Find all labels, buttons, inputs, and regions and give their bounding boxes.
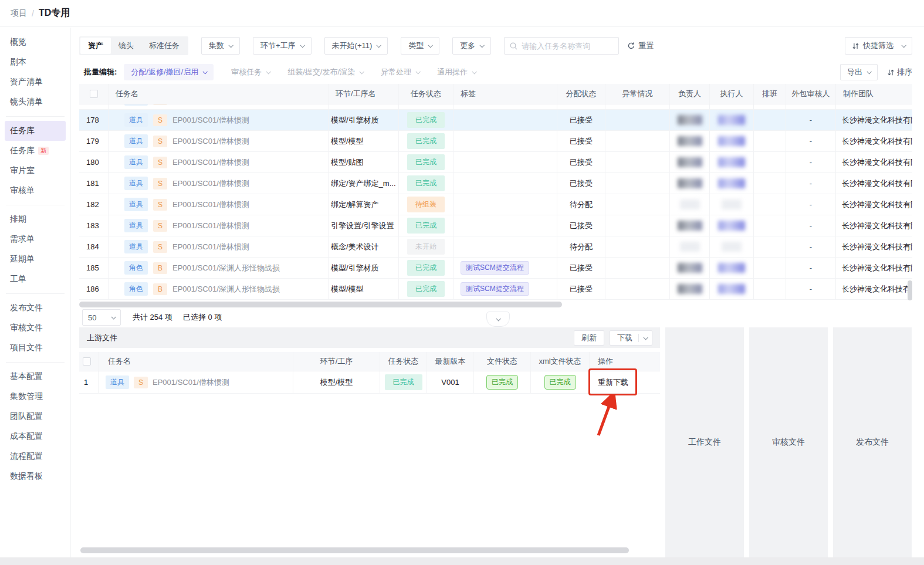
reset-button[interactable]: 重置 <box>627 40 654 51</box>
task-name-cell[interactable]: 道具SEP001/SC01/僧林惯测 <box>109 152 329 173</box>
page-bottom-strip <box>0 557 924 565</box>
table-row[interactable]: 180道具SEP001/SC01/僧林惯测模型/贴图已完成已接受-长沙神漫文化科… <box>79 152 912 173</box>
table-row[interactable]: 183道具SEP001/SC01/僧林惯测引擎设置/引擎设置已完成已接受-长沙神… <box>79 215 912 236</box>
sidebar-item-label: 排期 <box>10 214 26 225</box>
owner-cell <box>670 131 710 152</box>
sidebar-item-2[interactable]: 资产清单 <box>5 72 66 92</box>
owner-redacted <box>678 284 702 294</box>
filter-dropdown-2[interactable]: 未开始(+11) <box>324 37 388 55</box>
tab-0[interactable]: 资产 <box>80 38 111 54</box>
table-row[interactable]: 182道具SEP001/SC01/僧林惯测绑定/解算资产待组装待分配-长沙神漫文… <box>79 194 912 215</box>
sidebar-item-0[interactable]: 概览 <box>5 32 66 52</box>
status-badge: 已完成 <box>407 175 445 191</box>
tab-2[interactable]: 标准任务 <box>141 38 187 54</box>
sidebar-item-13[interactable]: 审核文件 <box>5 318 66 338</box>
column-header: 任务名 <box>109 84 329 104</box>
sidebar-item-11[interactable]: 工单 <box>5 269 66 289</box>
download-button[interactable]: 下载 <box>610 330 652 346</box>
task-name: EP001/SC01/僧林惯测 <box>172 115 249 126</box>
table-row[interactable]: 186角色BEP001/SC01/深渊人形怪物战损模型/模型已完成测试SCM提交… <box>79 279 912 300</box>
sidebar-item-7[interactable]: 审核单 <box>5 181 66 201</box>
side-panel-1: 审核文件 <box>749 327 828 557</box>
side-panel-label: 审核文件 <box>772 437 805 448</box>
stage-cell: 模型/贴图 <box>329 152 399 173</box>
task-name-cell[interactable]: 道具SEP001/SC01/僧林惯测 <box>109 236 329 258</box>
upstream-scrollbar-thumb[interactable] <box>80 547 629 553</box>
sidebar-item-4[interactable]: 任务库 <box>5 121 66 141</box>
task-name-cell[interactable]: 道具SEP001/SC01/僧林惯测 <box>109 131 329 152</box>
export-button[interactable]: 导出 <box>840 64 878 80</box>
filter-dropdown-0[interactable]: 集数 <box>201 37 240 55</box>
table-row[interactable]: 178道具SEP001/SC01/僧林惯测模型/引擎材质已完成已接受-长沙神漫文… <box>79 110 912 131</box>
executor-redacted <box>718 263 745 273</box>
collapse-panel-button[interactable] <box>486 312 510 327</box>
chevron-down-icon <box>111 314 116 319</box>
batch-op-0[interactable]: 审核任务 <box>231 67 270 77</box>
sidebar-item-20[interactable]: 数据看板 <box>5 466 66 486</box>
task-name-cell[interactable]: 道具SEP001/SC01/僧林惯测 <box>109 104 329 110</box>
tag-cell <box>453 236 557 258</box>
tag-cell <box>453 152 557 173</box>
table-row[interactable]: 185角色BEP001/SC01/深渊人形怪物战损模型/引擎材质已完成测试SCM… <box>79 258 912 279</box>
table-row[interactable]: 181道具SEP001/SC01/僧林惯测绑定/资产绑定_m...已完成已接受-… <box>79 173 912 194</box>
select-all-checkbox[interactable] <box>90 90 98 98</box>
upstream-table-row[interactable]: 1道具SEP001/SC01/僧林惯测模型/模型已完成V001已完成已完成重新下… <box>79 371 660 394</box>
sidebar-item-9[interactable]: 需求单 <box>5 229 66 249</box>
sidebar-item-16[interactable]: 集数管理 <box>5 387 66 407</box>
task-name-cell[interactable]: 角色BEP001/SC01/深渊人形怪物战损 <box>109 279 329 300</box>
batch-op-1[interactable]: 组装/提交/发布/渲染 <box>287 67 363 77</box>
asset-grade-tag: S <box>153 136 167 147</box>
page-size-select[interactable]: 50 <box>82 309 121 326</box>
tag-cell <box>453 215 557 236</box>
side-panel-2: 发布文件 <box>833 327 912 557</box>
team-cell: 长沙神漫文化科技有限 <box>836 131 912 152</box>
batch-op-2[interactable]: 异常处理 <box>381 67 419 77</box>
sidebar-item-6[interactable]: 审片室 <box>5 161 66 181</box>
filter-dropdown-4[interactable]: 更多 <box>452 37 491 55</box>
filter-dropdown-3[interactable]: 类型 <box>401 37 439 55</box>
redownload-action[interactable]: 重新下载 <box>590 377 628 388</box>
executor-redacted <box>718 115 745 125</box>
sidebar-item-19[interactable]: 流程配置 <box>5 446 66 466</box>
sidebar-item-12[interactable]: 发布文件 <box>5 298 66 318</box>
batch-assign-dropdown[interactable]: 分配/返修/撤回/启用 <box>124 64 214 80</box>
outsource-cell: - <box>786 215 836 236</box>
breadcrumb-root[interactable]: 项目 <box>11 8 27 19</box>
select-all-checkbox[interactable] <box>83 357 91 366</box>
task-name-cell[interactable]: 道具SEP001/SC01/僧林惯测 <box>109 173 329 194</box>
sidebar-item-14[interactable]: 项目文件 <box>5 338 66 358</box>
task-name-cell[interactable]: 道具SEP001/SC01/僧林惯测 <box>109 194 329 215</box>
row-index: 179 <box>79 131 109 152</box>
horizontal-scrollbar-thumb[interactable] <box>79 302 562 307</box>
sidebar-item-label: 镜头清单 <box>10 97 43 107</box>
sidebar-item-18[interactable]: 成本配置 <box>5 427 66 446</box>
task-name-cell[interactable]: 道具SEP001/SC01/僧林惯测 <box>109 215 329 236</box>
sidebar-item-8[interactable]: 排期 <box>5 209 66 229</box>
filter-dropdown-1[interactable]: 环节+工序 <box>253 37 312 55</box>
sort-button[interactable]: 排序 <box>887 67 912 77</box>
asset-grade-tag: S <box>153 199 167 211</box>
sidebar-item-17[interactable]: 团队配置 <box>5 407 66 427</box>
status-cell: 已完成 <box>399 131 453 152</box>
task-name-cell[interactable]: 道具SEP001/SC01/僧林惯测 <box>109 110 329 131</box>
batch-op-3[interactable]: 通用操作 <box>437 67 476 77</box>
sidebar-divider <box>6 205 65 205</box>
column-header: 制作团队 <box>836 84 912 104</box>
sidebar-item-3[interactable]: 镜头清单 <box>5 92 66 112</box>
table-row[interactable]: 179道具SEP001/SC01/僧林惯测模型/模型已完成已接受-长沙神漫文化科… <box>79 131 912 152</box>
tab-1[interactable]: 镜头 <box>111 38 141 54</box>
sidebar-item-15[interactable]: 基本配置 <box>5 367 66 387</box>
search-input[interactable] <box>522 42 615 50</box>
refresh-button[interactable]: 刷新 <box>574 330 604 346</box>
sidebar-item-5[interactable]: 任务库新 <box>5 141 66 161</box>
quick-filter-button[interactable]: 快捷筛选 <box>845 37 912 55</box>
side-panel-label: 工作文件 <box>688 437 721 448</box>
outsource-cell: - <box>786 236 836 258</box>
sidebar-item-10[interactable]: 延期单 <box>5 249 66 269</box>
sidebar-item-1[interactable]: 剧本 <box>5 52 66 72</box>
asset-type-tag: 道具 <box>124 155 148 169</box>
total-count: 共计 254 项 <box>133 312 172 323</box>
task-name-cell[interactable]: 角色BEP001/SC01/深渊人形怪物战损 <box>109 258 329 279</box>
vertical-scrollbar-thumb[interactable] <box>908 280 912 300</box>
table-row[interactable]: 184道具SEP001/SC01/僧林惯测概念/美术设计未开始待分配-长沙神漫文… <box>79 236 912 258</box>
